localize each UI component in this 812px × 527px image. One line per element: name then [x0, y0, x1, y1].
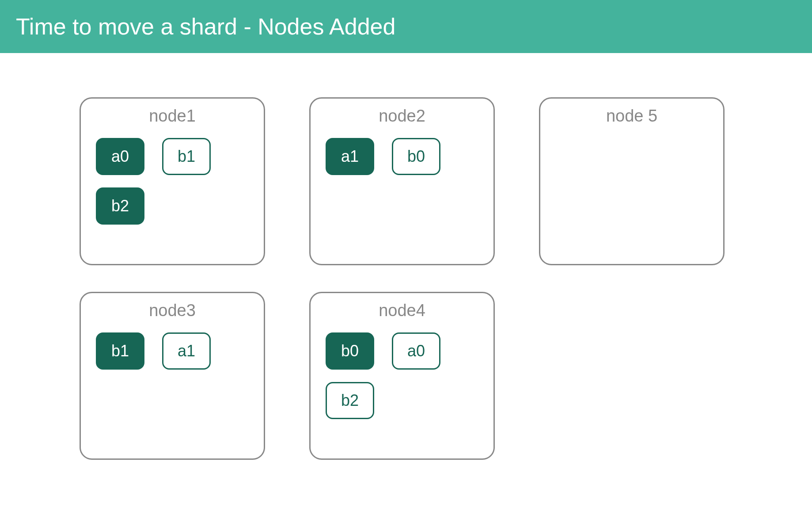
shard-b2-primary: b2: [96, 187, 144, 225]
node-label: node4: [379, 301, 425, 320]
node-label: node1: [149, 107, 196, 126]
shard-row: b0 a0: [326, 332, 478, 370]
slide-title: Time to move a shard - Nodes Added: [16, 13, 395, 40]
shard-row: b2: [326, 382, 478, 419]
shard-container: b1 a1: [96, 332, 249, 370]
node-box-node4: node4 b0 a0 b2: [309, 292, 495, 460]
slide-header: Time to move a shard - Nodes Added: [0, 0, 812, 53]
shard-row: b1 a1: [96, 332, 249, 370]
shard-a0-replica: a0: [392, 332, 440, 370]
diagram-canvas: node1 a0 b1 b2 node2 a1 b0 node 5: [0, 53, 812, 477]
node-box-node3: node3 b1 a1: [80, 292, 265, 460]
node-row-2: node3 b1 a1 node4 b0 a0 b2: [80, 292, 732, 460]
shard-b2-replica: b2: [326, 382, 374, 419]
shard-container: a0 b1 b2: [96, 138, 249, 225]
node-box-node1: node1 a0 b1 b2: [80, 97, 265, 265]
shard-row: a1 b0: [326, 138, 478, 175]
shard-b0-primary: b0: [326, 332, 374, 370]
node-label: node 5: [606, 107, 657, 126]
shard-container: b0 a0 b2: [326, 332, 478, 419]
shard-a0-primary: a0: [96, 138, 144, 175]
node-box-node5: node 5: [539, 97, 725, 265]
shard-a1-replica: a1: [162, 332, 211, 370]
node-label: node2: [379, 107, 425, 126]
shard-b1-primary: b1: [96, 332, 144, 370]
shard-row: a0 b1: [96, 138, 249, 175]
shard-a1-primary: a1: [326, 138, 374, 175]
node-row-1: node1 a0 b1 b2 node2 a1 b0 node 5: [80, 97, 732, 265]
node-label: node3: [149, 301, 196, 320]
node-box-node2: node2 a1 b0: [309, 97, 495, 265]
shard-row: b2: [96, 187, 249, 225]
shard-b1-replica: b1: [162, 138, 211, 175]
shard-b0-replica: b0: [392, 138, 440, 175]
shard-container: a1 b0: [326, 138, 478, 175]
